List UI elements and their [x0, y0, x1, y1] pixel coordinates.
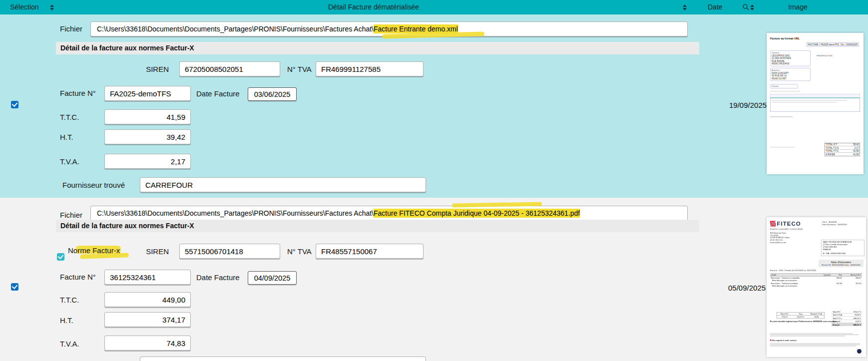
date-facture-input[interactable]: 03/06/2025: [248, 87, 297, 101]
fiteco-fine-print: [770, 333, 862, 337]
tva-number-label: N° TVA: [287, 247, 312, 256]
norme-facturx-checkbox[interactable]: [57, 253, 64, 261]
column-header-selection[interactable]: Sélection: [10, 3, 39, 11]
fournisseur-input[interactable]: CARREFOUR: [140, 177, 426, 192]
list-date: 19/09/2025: [729, 101, 767, 109]
siren-input[interactable]: 55715006701418: [179, 244, 280, 259]
ubl-tva-line: FR469991127585: [817, 54, 833, 57]
siren-input[interactable]: 67205008502051: [179, 61, 280, 76]
ttc-input[interactable]: 449,00: [104, 292, 191, 307]
ubl-lines-table: [770, 94, 860, 112]
sort-icon[interactable]: [683, 4, 687, 10]
file-name-highlighted: Facture FITECO Compta Juridique 04-09-20…: [374, 209, 580, 218]
facture-number-input[interactable]: FA2025-demoTFS: [104, 86, 191, 101]
date-facture-input[interactable]: 04/09/2025: [248, 271, 297, 285]
fournisseur-input[interactable]: [140, 357, 426, 361]
ht-label: H.T.: [60, 133, 73, 141]
siren-label: SIREN: [120, 247, 169, 256]
fiteco-logo: FITECO: [770, 220, 801, 227]
fiteco-client-box: SARL PRONIS INFORMATIQUE 27 Rue Camille …: [821, 240, 865, 256]
app-window: Sélection Détail Facture dématérialisée …: [0, 0, 868, 361]
siren-label: SIREN: [120, 65, 169, 73]
facture-number-input[interactable]: 36125324361: [104, 270, 191, 285]
row-select-checkbox[interactable]: [11, 283, 18, 291]
file-path-prefix: C:\Users\33618\Documents\Documents_Parta…: [97, 25, 374, 33]
ubl-title: Facture au format UBL: [770, 37, 800, 40]
section-title-bar: Détail de la facture aux normes Factur-X: [56, 220, 699, 232]
facture-number-label: Facture N°: [60, 273, 96, 281]
grid-header-bar: Sélection Détail Facture dématérialisée …: [0, 0, 868, 14]
ht-label: H.T.: [60, 316, 73, 325]
ubl-header-strip: FACTURE FA2025-demoTFS Du 03/06/2025: [807, 42, 859, 46]
file-name-highlighted: Facture Entrante demo.xml: [374, 24, 458, 33]
file-path-input[interactable]: C:\Users\33618\Documents\Documents_Parta…: [90, 206, 688, 221]
invoice-row-2: Fichier C:\Users\33618\Documents\Documen…: [0, 198, 868, 361]
fiteco-tagline: Expertise comptable | Conseil | Audit: [770, 228, 803, 230]
tva-amount-label: T.V.A.: [60, 340, 79, 348]
tva-number-input[interactable]: FR469991127585: [316, 61, 424, 76]
fiteco-doc-title: Note d'honoraire Facture N° 36125324361 …: [819, 260, 864, 267]
fiteco-badge: [857, 349, 862, 354]
ht-input[interactable]: 374,17: [104, 312, 191, 327]
facture-number-label: Facture N°: [60, 89, 96, 97]
invoice-row-1: Fichier C:\Users\33618\Documents\Documen…: [0, 14, 868, 198]
fiteco-logo-icon: [770, 221, 776, 226]
row-select-checkbox[interactable]: [11, 101, 18, 108]
fiteco-payment-line: En votre aimable règlement par Prélèveme…: [770, 320, 837, 323]
fichier-label: Fichier: [60, 211, 82, 219]
ht-input[interactable]: 39,42: [104, 129, 191, 144]
ubl-vendeur-box: Vendeur LEGUFRAIS SAS 21 DES MONTEES RUE…: [770, 50, 811, 66]
ttc-input[interactable]: 41,59: [104, 109, 191, 124]
norme-facturx-label: Norme Factur-x: [68, 246, 120, 255]
search-icon[interactable]: [742, 3, 749, 10]
column-header-image[interactable]: Image: [788, 3, 808, 11]
ttc-label: T.T.C.: [60, 113, 79, 121]
tva-amount-input[interactable]: 2,17: [104, 154, 191, 169]
sort-icon[interactable]: [50, 4, 54, 10]
ubl-acheteur-box: Acheteur DATA CONCEPT 36 RUE DE LA 45160…: [770, 68, 811, 81]
ttc-label: T.T.C.: [60, 296, 79, 304]
sort-icon[interactable]: [750, 4, 754, 10]
invoice-preview-fiteco[interactable]: FITECO Expertise comptable | Conseil | A…: [767, 217, 866, 357]
invoice-preview-ubl[interactable]: Facture au format UBL FACTURE FA2025-dem…: [767, 33, 864, 174]
date-facture-label: Date Facture: [196, 89, 240, 98]
ubl-totals-box: TOTAL H.T.39,42 TOTAL T.V.A.2,17 TOTAL T…: [825, 143, 860, 156]
section-title-bar: Détail de la facture aux normes Factur-X: [56, 42, 699, 54]
fiteco-experts-line: Des experts à votre service.: [770, 339, 797, 342]
fiteco-exercice: Exercice : 2025 - Période du 01/01/2025 …: [770, 269, 816, 272]
fichier-label: Fichier: [60, 24, 82, 33]
fiteco-totals: Total H.T.374,17 € Total T.V.A.74,83 € T…: [832, 310, 862, 326]
file-path-prefix: C:\Users\33618\Documents\Documents_Parta…: [97, 209, 374, 217]
fiteco-client-ref: Client : 36105048 Date d'échéance : 26/0…: [822, 221, 847, 226]
fiteco-vat-box: Base H.T. Taux Montant T.V.A. 374,17 20,…: [777, 312, 825, 319]
fournisseur-label: Fournisseur trouvé: [62, 181, 125, 189]
fiteco-lines-table: Libellé Quantité Prix Montant H.T. Honor…: [770, 273, 862, 288]
tva-number-label: N° TVA: [287, 65, 312, 73]
tva-number-input[interactable]: FR48557150067: [316, 244, 424, 259]
date-facture-label: Date Facture: [196, 273, 240, 282]
tva-amount-input[interactable]: 74,83: [104, 336, 191, 351]
tva-amount-label: T.V.A.: [60, 157, 79, 166]
fiteco-address: 850 Route de Paris CS 31820 27018 EVREUX…: [770, 232, 790, 244]
column-header-title[interactable]: Détail Facture dématérialisée: [328, 3, 419, 11]
list-date: 05/09/2025: [728, 284, 766, 292]
ubl-periode-box: Période: [770, 84, 798, 89]
column-header-date[interactable]: Date: [708, 3, 723, 11]
